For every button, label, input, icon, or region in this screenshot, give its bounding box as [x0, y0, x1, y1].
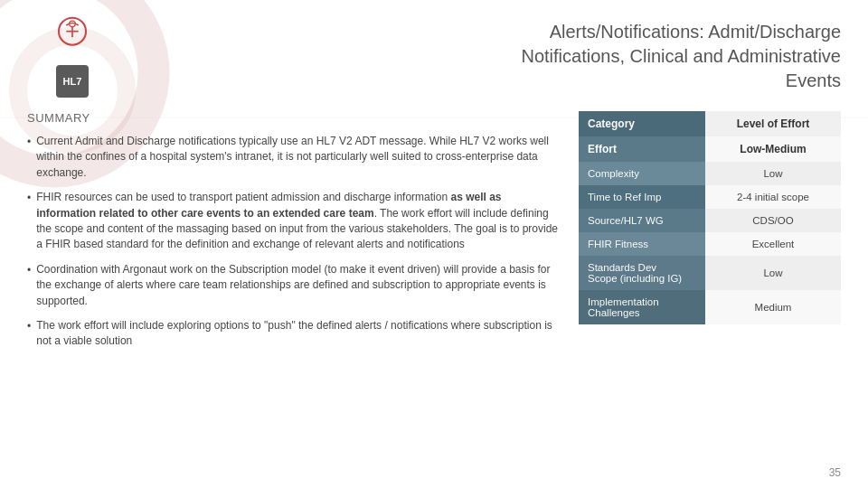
left-column: SUMMARY • Current Admit and Discharge no…	[27, 111, 561, 350]
table-value-cell: Excellent	[705, 232, 841, 256]
table-value-cell: Medium	[705, 290, 841, 324]
table-value-cell: 2-4 initial scope	[705, 185, 841, 209]
table-category-cell: Time to Ref Imp	[579, 185, 705, 209]
bullet-text: FHIR resources can be used to transport …	[36, 190, 561, 253]
table-row: Time to Ref Imp2-4 initial scope	[579, 185, 841, 209]
table-category-cell: FHIR Fitness	[579, 232, 705, 256]
table-row: ComplexityLow	[579, 162, 841, 185]
header: HL7 Alerts/Notifications: Admit/Discharg…	[0, 0, 868, 107]
table-row: Source/HL7 WGCDS/OO	[579, 209, 841, 232]
table-header-category: Category	[579, 111, 705, 136]
table-category-cell: Standards Dev Scope (including IG)	[579, 256, 705, 290]
hl7-badge: HL7	[56, 65, 89, 98]
content-area: SUMMARY • Current Admit and Discharge no…	[0, 107, 868, 359]
right-column: Category Level of Effort EffortLow-Mediu…	[579, 111, 841, 350]
table-value-cell: Low	[705, 256, 841, 290]
table-category-cell: Source/HL7 WG	[579, 209, 705, 232]
info-table: Category Level of Effort EffortLow-Mediu…	[579, 111, 841, 324]
table-value-cell: Low-Medium	[705, 136, 841, 162]
table-value-cell: Low	[705, 162, 841, 185]
list-item: • Current Admit and Discharge notificati…	[27, 134, 561, 181]
logo-area: HL7	[27, 16, 118, 98]
table-category-cell: Complexity	[579, 162, 705, 185]
page-number: 35	[829, 466, 841, 479]
bullet-dot: •	[27, 263, 31, 309]
table-value-cell: CDS/OO	[705, 209, 841, 232]
table-row: EffortLow-Medium	[579, 136, 841, 162]
bullet-text: The work effort will include exploring o…	[36, 318, 561, 350]
table-category-cell: Effort	[579, 136, 705, 162]
list-item: • The work effort will include exploring…	[27, 318, 561, 350]
bullet-list: • Current Admit and Discharge notificati…	[27, 134, 561, 350]
table-header-row: Category Level of Effort	[579, 111, 841, 136]
table-header-value: Level of Effort	[705, 111, 841, 136]
table-row: Implementation ChallengesMedium	[579, 290, 841, 324]
list-item: • FHIR resources can be used to transpor…	[27, 190, 561, 253]
hl7-logo-icon	[50, 16, 95, 61]
list-item: • Coordination with Argonaut work on the…	[27, 262, 561, 309]
bullet-text: Current Admit and Discharge notification…	[36, 134, 561, 181]
bullet-dot: •	[27, 191, 31, 253]
table-category-cell: Implementation Challenges	[579, 290, 705, 324]
title-area: Alerts/Notifications: Admit/Discharge No…	[118, 16, 841, 93]
bullet-dot: •	[27, 319, 31, 350]
bullet-dot: •	[27, 135, 31, 181]
page-title: Alerts/Notifications: Admit/Discharge No…	[118, 20, 841, 93]
table-row: Standards Dev Scope (including IG)Low	[579, 256, 841, 290]
table-row: FHIR FitnessExcellent	[579, 232, 841, 256]
bullet-text: Coordination with Argonaut work on the S…	[36, 262, 561, 309]
summary-label: SUMMARY	[27, 111, 561, 125]
